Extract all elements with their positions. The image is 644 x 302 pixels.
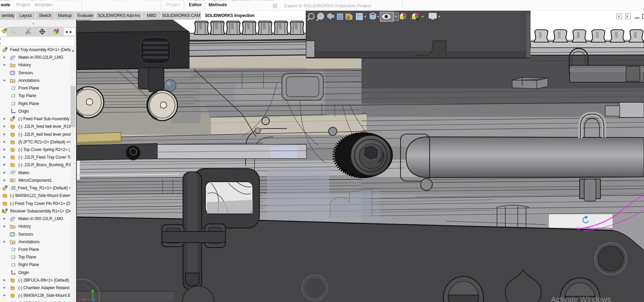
svg-text:X: X bbox=[78, 299, 81, 302]
svg-text:A: A bbox=[347, 16, 350, 20]
svg-text:Activate Windows: Activate Windows bbox=[551, 295, 611, 302]
